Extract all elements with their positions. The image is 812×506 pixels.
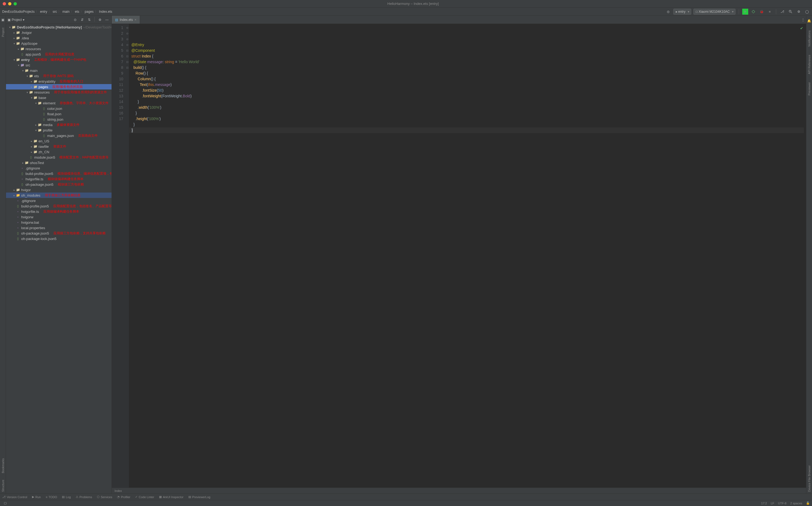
tree-item--gitignore[interactable]: ▫.gitignore bbox=[6, 165, 112, 171]
editor-body[interactable]: 1234567891011121314151617 ⊖⊖⊖⊖⊟⊟⊟⊟ ✔ @En… bbox=[112, 24, 806, 488]
api-reference-tool-tab[interactable]: API Reference bbox=[807, 53, 811, 76]
bottom-tool-previewerlog[interactable]: ▤PreviewerLog bbox=[188, 495, 210, 499]
tree-item-oh_modules[interactable]: ▸oh_modules用于存放三方库依赖信息 bbox=[6, 192, 112, 198]
editor-breadcrumb[interactable]: Index bbox=[112, 488, 806, 494]
tree-item-float-json[interactable]: float.json bbox=[6, 111, 112, 116]
structure-tool-tab[interactable]: Structure bbox=[1, 478, 5, 494]
previewer-tool-tab[interactable]: Previewer bbox=[807, 81, 811, 97]
bottom-tool-version-control[interactable]: ⎇Version Control bbox=[2, 495, 27, 499]
tree-item-element[interactable]: ▾element存放颜色、字符串、大小资源文件 bbox=[6, 100, 112, 106]
breadcrumb-src[interactable]: src bbox=[53, 10, 57, 14]
line-separator[interactable]: LF bbox=[771, 502, 774, 505]
maximize-window-button[interactable] bbox=[14, 2, 17, 5]
inspection-ok-icon[interactable]: ✔ bbox=[800, 25, 803, 31]
notifications-tool-tab[interactable]: Notifications bbox=[807, 29, 811, 48]
tree-item-pages[interactable]: ▸pages应用/服务包含的页面 bbox=[6, 84, 112, 89]
tree-item-ets[interactable]: ▾ets用于存放 ArkTS 源码 bbox=[6, 73, 112, 79]
tree-item-module-json5[interactable]: module.json5模块配置文件，HAP包配置信息等 bbox=[6, 155, 112, 160]
breadcrumb-entry[interactable]: entry bbox=[40, 10, 47, 14]
tool-windows-icon[interactable]: ▢ bbox=[2, 500, 8, 506]
tree-item-rawfile[interactable]: ▸rawfile资源文件 bbox=[6, 144, 112, 149]
coverage-button[interactable]: 🐞 bbox=[758, 9, 764, 15]
breadcrumb-index-ets[interactable]: Index.ets bbox=[99, 10, 113, 14]
tree-item-src[interactable]: ▾src bbox=[6, 62, 112, 68]
breadcrumb-pages[interactable]: pages bbox=[85, 10, 94, 14]
project-view-selector[interactable]: ▣ Project ▾ bbox=[8, 18, 24, 22]
editor-menu-icon[interactable]: ⋮ bbox=[800, 17, 806, 23]
git-icon[interactable]: ⎇ bbox=[780, 9, 786, 15]
indent-setting[interactable]: 2 spaces bbox=[790, 502, 802, 505]
cursor-position[interactable]: 17:2 bbox=[761, 502, 767, 505]
bottom-tool-profiler[interactable]: ◔Profiler bbox=[117, 495, 130, 499]
bottom-tool-services[interactable]: ⬡Services bbox=[97, 495, 112, 499]
breadcrumb-ets[interactable]: ets bbox=[75, 10, 79, 14]
project-tree[interactable]: ▾ DevEcoStudioProjects [HelloHarmony] ~/… bbox=[6, 24, 112, 494]
bottom-tool-log[interactable]: ▤Log bbox=[62, 495, 71, 499]
bookmarks-tool-tab[interactable]: Bookmarks bbox=[1, 457, 5, 475]
bottom-tool-code-linter[interactable]: ✓Code Linter bbox=[135, 495, 154, 499]
tree-item-build-profile-json5[interactable]: build-profile.json5模块级模块信息、编译信息配置项，包括bui… bbox=[6, 171, 112, 176]
device-dropdown[interactable]: □ Xiaomi M2104K10AC bbox=[693, 9, 735, 15]
minimize-window-button[interactable] bbox=[8, 2, 11, 5]
tree-item-oh-package-json5[interactable]: oh-package.json5应用级三方包依赖，支持共享包依赖 bbox=[6, 231, 112, 236]
tree-item-hvigorw-bat[interactable]: ▫hvigorw.bat bbox=[6, 220, 112, 225]
tree-item-profile[interactable]: ▾profile bbox=[6, 128, 112, 133]
breadcrumb-main[interactable]: main bbox=[62, 10, 69, 14]
tree-item-main_pages-json[interactable]: main_pages.json页面路由文件 bbox=[6, 133, 112, 138]
tree-item-hvigor[interactable]: ▸hvigor bbox=[6, 187, 112, 192]
tree-item-oh-package-json5[interactable]: oh-package.json5模块级三方包依赖 bbox=[6, 182, 112, 187]
run-config-dropdown[interactable]: ▸ entry bbox=[673, 9, 691, 15]
tree-item-media[interactable]: ▸media多媒体资源文件 bbox=[6, 122, 112, 128]
tree-item-base[interactable]: ▾base bbox=[6, 95, 112, 100]
tree-item-build-profile-json5[interactable]: build-profile.json5应用级配置信息，包括签名、产品配置等 bbox=[6, 203, 112, 209]
expand-all-icon[interactable]: ⇵ bbox=[79, 17, 85, 23]
tool-settings-icon[interactable]: ⚙ bbox=[97, 17, 103, 23]
tree-item-color-json[interactable]: color.json bbox=[6, 106, 112, 111]
sync-icon[interactable]: ◎ bbox=[665, 9, 671, 15]
bottom-tool-run[interactable]: ▶Run bbox=[32, 495, 41, 499]
project-tool-tab[interactable]: Project bbox=[1, 26, 5, 38]
locate-icon[interactable]: ⊙ bbox=[72, 17, 78, 23]
code-content[interactable]: ✔ @Entry@Componentstruct Index { @State … bbox=[129, 24, 806, 488]
readonly-icon[interactable]: 🔓 bbox=[806, 501, 810, 505]
notifications-icon[interactable]: 🔔 bbox=[806, 18, 812, 24]
stop-button[interactable]: ■ bbox=[767, 9, 772, 15]
tree-item-string-json[interactable]: string.json bbox=[6, 116, 112, 122]
settings-icon[interactable]: ⚙ bbox=[796, 9, 802, 15]
tree-item-entryability[interactable]: ▸entryability应用/服务的入口 bbox=[6, 79, 112, 84]
collapse-all-icon[interactable]: ⇅ bbox=[86, 17, 92, 23]
debug-button[interactable] bbox=[750, 9, 756, 15]
search-icon[interactable] bbox=[788, 9, 794, 15]
tree-item-resources[interactable]: ▸resources bbox=[6, 46, 112, 52]
avatar-icon[interactable]: ◯ bbox=[804, 9, 810, 15]
tree-item--hvigor[interactable]: ▸.hvigor bbox=[6, 30, 112, 35]
project-tool-icon[interactable]: ▣ bbox=[0, 17, 6, 23]
tree-item-local-properties[interactable]: ▫local.properties bbox=[6, 225, 112, 231]
tree-item-oh-package-lock-json5[interactable]: oh-package-lock.json5 bbox=[6, 236, 112, 241]
tree-root[interactable]: ▾ DevEcoStudioProjects [HelloHarmony] ~/… bbox=[6, 24, 112, 30]
device-file-browser-tool-tab[interactable]: Device File Browser bbox=[807, 464, 811, 494]
tree-item-appscope[interactable]: ▾AppScope bbox=[6, 41, 112, 46]
tree-item-hvigorfile-ts[interactable]: ▫hvigorfile.ts应用级编译构建任务脚本 bbox=[6, 209, 112, 214]
tree-item-ohostest[interactable]: ▸ohosTest bbox=[6, 160, 112, 165]
tree-item-hvigorw[interactable]: ▫hvigorw bbox=[6, 214, 112, 220]
editor-tab-index[interactable]: ▤Index.ets× bbox=[112, 16, 140, 23]
tree-item-entry[interactable]: ▾entry工程模块，编译构建生成一个HAP包 bbox=[6, 57, 112, 62]
breadcrumb-devecostudioprojects[interactable]: DevEcoStudioProjects bbox=[2, 10, 34, 14]
close-tab-icon[interactable]: × bbox=[135, 18, 137, 22]
tree-item--gitignore[interactable]: ▫.gitignore bbox=[6, 198, 112, 203]
hide-tool-icon[interactable]: — bbox=[104, 17, 110, 23]
bottom-tool-todo[interactable]: ≡TODO bbox=[46, 495, 57, 499]
run-button[interactable] bbox=[742, 9, 748, 15]
close-window-button[interactable] bbox=[3, 2, 6, 5]
tree-item-resources[interactable]: ▾resources用于存放应用/服务所用到的资源文件 bbox=[6, 89, 112, 95]
tree-item-en_us[interactable]: ▸en_US bbox=[6, 138, 112, 144]
tree-item-app-json5[interactable]: app.json5应用的全局配置信息 bbox=[6, 52, 112, 57]
fold-gutter[interactable]: ⊖⊖⊖⊖⊟⊟⊟⊟ bbox=[125, 24, 129, 488]
bottom-tool-problems[interactable]: ⚠Problems bbox=[76, 495, 92, 499]
tree-item--idea[interactable]: ▸.idea bbox=[6, 35, 112, 41]
file-encoding[interactable]: UTF-8 bbox=[778, 502, 787, 505]
bottom-tool-arkui-inspector[interactable]: ▦ArkUI Inspector bbox=[159, 495, 183, 499]
tree-item-zh_cn[interactable]: ▸zh_CN bbox=[6, 149, 112, 155]
tree-item-hvigorfile-ts[interactable]: ▫hvigorfile.ts模块级编译构建任务脚本 bbox=[6, 176, 112, 182]
